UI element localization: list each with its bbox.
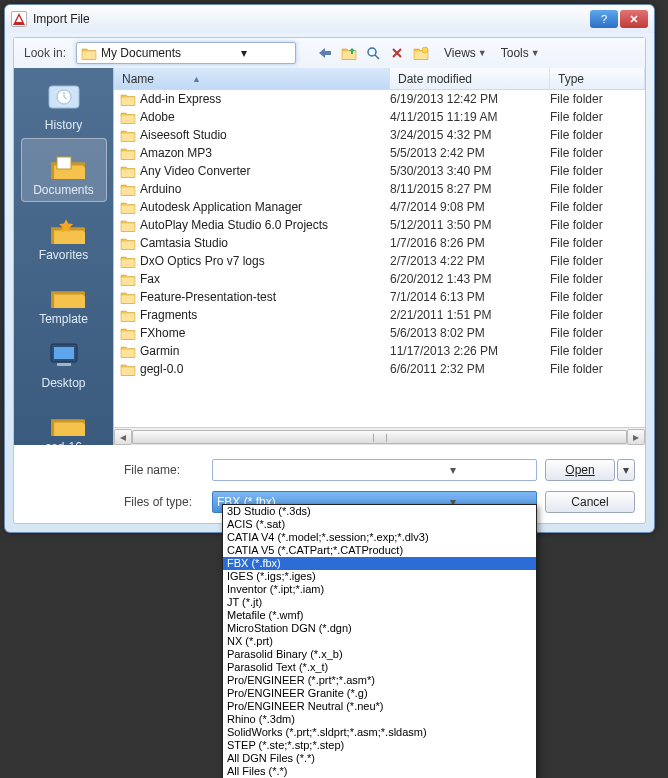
views-menu[interactable]: Views▼ bbox=[444, 46, 487, 60]
filetype-option[interactable]: Pro/ENGINEER Granite (*.g) bbox=[223, 687, 536, 700]
search-icon[interactable] bbox=[364, 44, 382, 62]
filetype-option[interactable]: Pro/ENGINEER Neutral (*.neu*) bbox=[223, 700, 536, 713]
tools-menu[interactable]: Tools▼ bbox=[501, 46, 540, 60]
filetype-option[interactable]: Parasolid Text (*.x_t) bbox=[223, 661, 536, 674]
svg-rect-4 bbox=[57, 157, 71, 169]
filetype-label: Files of type: bbox=[124, 495, 204, 509]
file-row[interactable]: Amazon MP35/5/2013 2:42 PMFile folder bbox=[114, 144, 645, 162]
scroll-thumb[interactable] bbox=[132, 430, 627, 444]
file-row[interactable]: Camtasia Studio1/7/2016 8:26 PMFile fold… bbox=[114, 234, 645, 252]
file-row[interactable]: DxO Optics Pro v7 logs2/7/2013 4:22 PMFi… bbox=[114, 252, 645, 270]
file-type: File folder bbox=[550, 362, 645, 376]
places-item-cad-16[interactable]: cad-16 bbox=[21, 396, 107, 445]
file-type: File folder bbox=[550, 308, 645, 322]
filetype-option[interactable]: Pro/ENGINEER (*.prt*;*.asm*) bbox=[223, 674, 536, 687]
place-label: History bbox=[21, 118, 107, 132]
filetype-option[interactable]: Parasolid Binary (*.x_b) bbox=[223, 648, 536, 661]
file-date: 5/12/2011 3:50 PM bbox=[390, 218, 550, 232]
lookin-combo[interactable]: My Documents ▾ bbox=[76, 42, 296, 64]
file-name: Autodesk Application Manager bbox=[140, 200, 390, 214]
back-icon[interactable] bbox=[316, 44, 334, 62]
file-row[interactable]: Garmin11/17/2013 2:26 PMFile folder bbox=[114, 342, 645, 360]
app-icon bbox=[11, 11, 27, 27]
file-name: Amazon MP3 bbox=[140, 146, 390, 160]
horizontal-scrollbar[interactable]: ◂ ▸ bbox=[114, 427, 645, 445]
filetype-option[interactable]: All DGN Files (*.*) bbox=[223, 752, 536, 765]
filetype-option[interactable]: Rhino (*.3dm) bbox=[223, 713, 536, 726]
file-type: File folder bbox=[550, 344, 645, 358]
filetype-option[interactable]: SolidWorks (*.prt;*.sldprt;*.asm;*.sldas… bbox=[223, 726, 536, 739]
filetype-option[interactable]: NX (*.prt) bbox=[223, 635, 536, 648]
up-folder-icon[interactable] bbox=[340, 44, 358, 62]
place-label: Template bbox=[21, 312, 107, 326]
chevron-down-icon[interactable]: ▾ bbox=[196, 46, 291, 60]
filetype-option[interactable]: FBX (*.fbx) bbox=[223, 557, 536, 570]
place-icon bbox=[43, 272, 85, 308]
places-item-favorites[interactable]: Favorites bbox=[21, 204, 107, 266]
filetype-option[interactable]: ACIS (*.sat) bbox=[223, 518, 536, 531]
file-row[interactable]: Aiseesoft Studio3/24/2015 4:32 PMFile fo… bbox=[114, 126, 645, 144]
filetype-option[interactable]: CATIA V4 (*.model;*.session;*.exp;*.dlv3… bbox=[223, 531, 536, 544]
close-button[interactable] bbox=[620, 10, 648, 28]
places-item-documents[interactable]: Documents bbox=[21, 138, 107, 202]
delete-icon[interactable] bbox=[388, 44, 406, 62]
file-row[interactable]: AutoPlay Media Studio 6.0 Projects5/12/2… bbox=[114, 216, 645, 234]
window-title: Import File bbox=[33, 12, 590, 26]
filetype-option[interactable]: CATIA V5 (*.CATPart;*.CATProduct) bbox=[223, 544, 536, 557]
filetype-option[interactable]: JT (*.jt) bbox=[223, 596, 536, 609]
places-item-desktop[interactable]: Desktop bbox=[21, 332, 107, 394]
file-date: 5/30/2013 3:40 PM bbox=[390, 164, 550, 178]
filetype-option[interactable]: All Files (*.*) bbox=[223, 765, 536, 778]
file-name: Fragments bbox=[140, 308, 390, 322]
file-row[interactable]: Arduino8/11/2015 8:27 PMFile folder bbox=[114, 180, 645, 198]
file-type: File folder bbox=[550, 146, 645, 160]
file-name: AutoPlay Media Studio 6.0 Projects bbox=[140, 218, 390, 232]
filetype-option[interactable]: Inventor (*.ipt;*.iam) bbox=[223, 583, 536, 596]
places-item-history[interactable]: History bbox=[21, 74, 107, 136]
folder-icon bbox=[120, 200, 136, 214]
file-row[interactable]: Adobe4/11/2015 11:19 AMFile folder bbox=[114, 108, 645, 126]
file-date: 4/11/2015 11:19 AM bbox=[390, 110, 550, 124]
folder-icon bbox=[120, 254, 136, 268]
filename-input[interactable]: ▾ bbox=[212, 459, 537, 481]
file-row[interactable]: gegl-0.06/6/2011 2:32 PMFile folder bbox=[114, 360, 645, 378]
file-date: 5/6/2013 8:02 PM bbox=[390, 326, 550, 340]
places-item-template[interactable]: Template bbox=[21, 268, 107, 330]
file-row[interactable]: Feature-Presentation-test7/1/2014 6:13 P… bbox=[114, 288, 645, 306]
file-list[interactable]: Add-in Express6/19/2013 12:42 PMFile fol… bbox=[114, 90, 645, 427]
file-row[interactable]: Add-in Express6/19/2013 12:42 PMFile fol… bbox=[114, 90, 645, 108]
place-icon bbox=[43, 400, 85, 436]
filetype-option[interactable]: MicroStation DGN (*.dgn) bbox=[223, 622, 536, 635]
filetype-option[interactable]: IGES (*.igs;*.iges) bbox=[223, 570, 536, 583]
open-dropdown-button[interactable]: ▾ bbox=[617, 459, 635, 481]
titlebar[interactable]: Import File ? bbox=[5, 5, 654, 33]
file-date: 2/7/2013 4:22 PM bbox=[390, 254, 550, 268]
scroll-left-button[interactable]: ◂ bbox=[114, 429, 132, 445]
new-folder-icon[interactable] bbox=[412, 44, 430, 62]
filetype-option[interactable]: STEP (*.ste;*.stp;*.step) bbox=[223, 739, 536, 752]
file-row[interactable]: Fragments2/21/2011 1:51 PMFile folder bbox=[114, 306, 645, 324]
filetype-dropdown-list[interactable]: 3D Studio (*.3ds)ACIS (*.sat)CATIA V4 (*… bbox=[222, 504, 537, 778]
open-button[interactable]: Open bbox=[545, 459, 615, 481]
column-header-type[interactable]: Type bbox=[550, 68, 645, 89]
place-label: Desktop bbox=[21, 376, 107, 390]
scroll-right-button[interactable]: ▸ bbox=[627, 429, 645, 445]
file-row[interactable]: Fax6/20/2012 1:43 PMFile folder bbox=[114, 270, 645, 288]
file-row[interactable]: Autodesk Application Manager4/7/2014 9:0… bbox=[114, 198, 645, 216]
file-name: Adobe bbox=[140, 110, 390, 124]
column-header-name[interactable]: Name ▲ bbox=[114, 68, 390, 89]
chevron-down-icon[interactable]: ▾ bbox=[375, 463, 533, 477]
cancel-button[interactable]: Cancel bbox=[545, 491, 635, 513]
help-button[interactable]: ? bbox=[590, 10, 618, 28]
file-type: File folder bbox=[550, 218, 645, 232]
lookin-label: Look in: bbox=[24, 46, 66, 60]
file-row[interactable]: FXhome5/6/2013 8:02 PMFile folder bbox=[114, 324, 645, 342]
file-date: 6/6/2011 2:32 PM bbox=[390, 362, 550, 376]
file-name: Feature-Presentation-test bbox=[140, 290, 390, 304]
folder-icon bbox=[120, 146, 136, 160]
filetype-option[interactable]: 3D Studio (*.3ds) bbox=[223, 505, 536, 518]
column-header-date[interactable]: Date modified bbox=[390, 68, 550, 89]
file-row[interactable]: Any Video Converter5/30/2013 3:40 PMFile… bbox=[114, 162, 645, 180]
filetype-option[interactable]: Metafile (*.wmf) bbox=[223, 609, 536, 622]
file-type: File folder bbox=[550, 110, 645, 124]
